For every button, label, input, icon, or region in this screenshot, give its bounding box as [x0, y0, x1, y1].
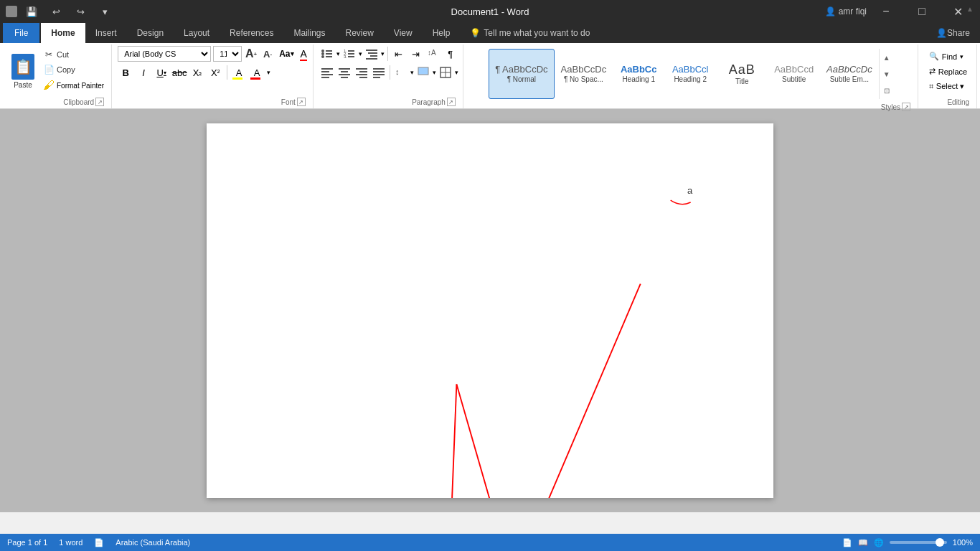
cut-button[interactable]: ✂ Cut — [40, 47, 107, 62]
multilevel-button[interactable] — [364, 46, 380, 62]
tell-me-tab[interactable]: 💡 Tell me what you want to do — [460, 23, 600, 43]
view-normal-icon[interactable]: 📄 — [842, 538, 852, 547]
font-size-select[interactable]: 11 — [213, 46, 242, 62]
save-button[interactable]: 💾 — [22, 1, 42, 22]
tab-home[interactable]: Home — [41, 23, 85, 43]
style-no-spacing[interactable]: AaBbCcDc ¶ No Spac... — [555, 49, 613, 99]
increase-font-button[interactable]: A+ — [244, 47, 258, 61]
borders-button[interactable] — [438, 65, 453, 80]
share-button[interactable]: 👤 Share — [926, 23, 980, 43]
replace-button[interactable]: ⇄ Replace — [926, 65, 970, 77]
subscript-button[interactable]: X₂ — [189, 65, 205, 80]
style-heading1[interactable]: AaBbCc Heading 1 — [613, 49, 664, 99]
strikethrough-button[interactable]: abc — [171, 65, 187, 80]
qat-dropdown-button[interactable]: ▾ — [95, 1, 115, 22]
select-button[interactable]: ⌗ Select ▾ — [926, 80, 968, 93]
sort-button[interactable]: ↕A — [425, 46, 441, 62]
highlight-color-bar — [232, 77, 242, 80]
maximize-button[interactable]: □ — [905, 0, 938, 23]
underline-button[interactable]: U ▾ — [154, 65, 169, 80]
font-color-dropdown-icon[interactable]: ▾ — [267, 69, 270, 76]
superscript-button[interactable]: X² — [207, 65, 223, 80]
select-label: Select ▾ — [936, 82, 965, 91]
line-spacing-button[interactable]: ↕ — [393, 65, 409, 80]
font-name-select[interactable]: Arial (Body CS — [118, 46, 211, 62]
shading-button[interactable] — [415, 65, 431, 80]
styles-scroll-up[interactable]: ▲ — [881, 52, 892, 63]
style-normal[interactable]: ¶ AaBbCcDc ¶ Normal — [489, 49, 554, 99]
style-subtitle[interactable]: AaBbCcd Subtitle — [768, 49, 820, 99]
tab-mailings[interactable]: Mailings — [283, 23, 335, 43]
select-icon: ⌗ — [929, 82, 933, 91]
clear-formatting-button[interactable]: A — [298, 47, 308, 61]
tab-layout[interactable]: Layout — [174, 23, 220, 43]
tab-file[interactable]: File — [3, 23, 39, 43]
increase-indent-button[interactable]: ⇥ — [408, 46, 424, 62]
svg-rect-3 — [326, 53, 332, 55]
style-heading2[interactable]: AaBbCcl Heading 2 — [664, 49, 716, 99]
line-spacing-dropdown-icon[interactable]: ▾ — [410, 69, 414, 76]
language-label[interactable]: Arabic (Saudi Arabia) — [116, 538, 190, 547]
redo-button[interactable]: ↪ — [70, 1, 90, 22]
decrease-indent-button[interactable]: ⇤ — [391, 46, 407, 62]
svg-text:↕A: ↕A — [428, 49, 436, 57]
numbering-dropdown-icon[interactable]: ▾ — [359, 50, 362, 57]
borders-dropdown-icon[interactable]: ▾ — [455, 69, 458, 76]
minimize-button[interactable]: − — [870, 0, 903, 23]
paragraph-row1: ▾ 1.2.3. ▾ ▾ ⇤ ⇥ ↕A ¶ — [319, 46, 458, 62]
paragraph-content: ▾ 1.2.3. ▾ ▾ ⇤ ⇥ ↕A ¶ — [319, 46, 458, 97]
align-center-button[interactable] — [336, 65, 352, 80]
format-painter-button[interactable]: 🖌 Format Painter — [40, 77, 107, 93]
paste-button[interactable]: 📋 Paste — [7, 46, 39, 97]
document-page[interactable]: a — [207, 123, 773, 498]
show-marks-button[interactable]: ¶ — [443, 46, 458, 62]
align-right-button[interactable] — [354, 65, 369, 80]
style-heading1-preview: AaBbCc — [621, 65, 657, 74]
font-expand-button[interactable]: ↗ — [297, 98, 306, 106]
decrease-font-button[interactable]: A- — [260, 47, 275, 61]
tab-insert[interactable]: Insert — [85, 23, 127, 43]
view-web-icon[interactable]: 🌐 — [874, 538, 884, 547]
zoom-slider[interactable] — [890, 541, 947, 544]
justify-button[interactable] — [371, 65, 387, 80]
tab-view[interactable]: View — [384, 23, 423, 43]
clipboard-expand-button[interactable]: ↗ — [95, 98, 104, 106]
undo-button[interactable]: ↩ — [46, 1, 66, 22]
view-read-icon[interactable]: 📖 — [858, 538, 868, 547]
zoom-percent[interactable]: 100% — [953, 538, 973, 547]
user-account[interactable]: 👤 amr fiqi — [825, 6, 867, 17]
bold-button[interactable]: B — [118, 65, 133, 80]
font-content: Arial (Body CS 11 A+ A- Aa ▾ A B I — [118, 46, 308, 97]
ribbon-collapse-button[interactable]: ▲ — [963, 1, 977, 16]
bullets-dropdown-icon[interactable]: ▾ — [336, 50, 340, 57]
paragraph-expand-button[interactable]: ↗ — [447, 98, 456, 106]
copy-button[interactable]: 📄 Copy — [40, 62, 107, 77]
tab-help[interactable]: Help — [423, 23, 461, 43]
style-title[interactable]: AaB Title — [716, 49, 768, 99]
shading-dropdown-icon[interactable]: ▾ — [433, 69, 436, 76]
multilevel-dropdown-icon[interactable]: ▾ — [381, 50, 385, 57]
underline-label: U — [156, 67, 163, 78]
styles-expand-button[interactable]: ↗ — [902, 103, 910, 111]
ribbon: 📋 Paste ✂ Cut 📄 Copy 🖌 Format Painter — [0, 43, 980, 109]
style-subtle-em[interactable]: AaBbCcDc Subtle Em... — [820, 49, 879, 99]
copy-label: Copy — [57, 65, 75, 74]
text-highlight-button[interactable]: A — [231, 65, 247, 80]
font-color-button[interactable]: A — [249, 65, 265, 80]
find-button[interactable]: 🔍 Find ▾ — [926, 50, 966, 62]
tab-review[interactable]: Review — [335, 23, 383, 43]
ink-canvas: a — [207, 123, 773, 498]
font-group: Arial (Body CS 11 A+ A- Aa ▾ A B I — [113, 44, 314, 108]
italic-button[interactable]: I — [136, 65, 151, 80]
find-dropdown-icon[interactable]: ▾ — [960, 53, 963, 60]
numbering-button[interactable]: 1.2.3. — [341, 46, 357, 62]
tab-references[interactable]: References — [220, 23, 283, 43]
change-case-button[interactable]: Aa ▾ — [277, 48, 296, 60]
styles-more[interactable]: ⊡ — [881, 85, 892, 96]
tell-me-label: Tell me what you want to do — [484, 28, 590, 38]
svg-rect-23 — [339, 74, 350, 75]
styles-scroll-down[interactable]: ▼ — [881, 68, 892, 80]
bullets-button[interactable] — [319, 46, 335, 62]
align-left-button[interactable] — [319, 65, 335, 80]
tab-design[interactable]: Design — [127, 23, 174, 43]
